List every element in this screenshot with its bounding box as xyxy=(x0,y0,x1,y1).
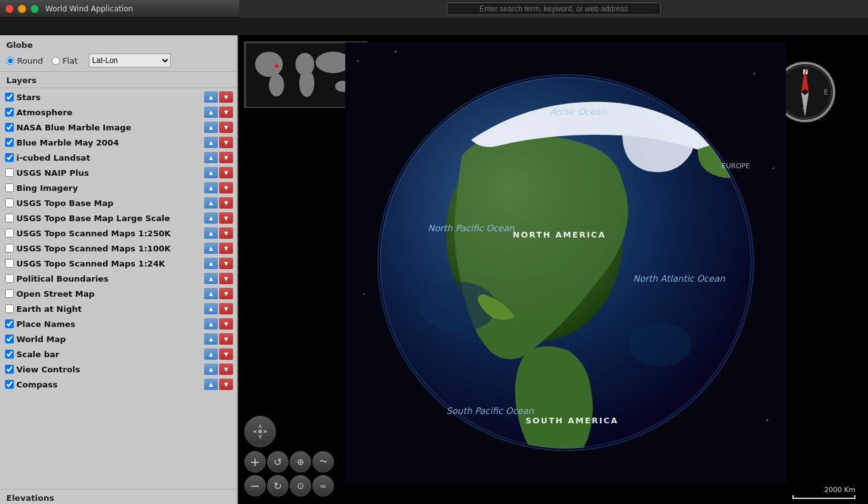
layer-checkbox-6[interactable] xyxy=(5,183,14,192)
tilt-down-button[interactable]: ⊙ xyxy=(290,475,311,496)
layer-item[interactable]: Open Street Map ▲ ▼ xyxy=(0,286,237,301)
flatten-button[interactable]: ≈ xyxy=(312,475,334,496)
layer-checkbox-8[interactable] xyxy=(5,214,14,222)
layer-item[interactable]: World Map ▲ ▼ xyxy=(0,331,237,346)
layer-up-3[interactable]: ▲ xyxy=(204,137,218,148)
layer-item[interactable]: Political Boundaries ▲ ▼ xyxy=(0,271,237,286)
layer-down-17[interactable]: ▼ xyxy=(219,348,233,360)
layer-up-14[interactable]: ▲ xyxy=(204,303,218,314)
layer-down-9[interactable]: ▼ xyxy=(219,227,233,239)
layers-list-container[interactable]: Stars ▲ ▼ Atmosphere ▲ ▼ NASA Blue Marbl… xyxy=(0,88,237,489)
layer-item[interactable]: Compass ▲ ▼ xyxy=(0,377,237,392)
layer-down-2[interactable]: ▼ xyxy=(219,122,233,133)
layer-up-4[interactable]: ▲ xyxy=(204,152,218,163)
layer-checkbox-11[interactable] xyxy=(5,259,14,268)
layer-up-10[interactable]: ▲ xyxy=(204,243,218,254)
search-input[interactable] xyxy=(447,3,661,15)
layer-down-7[interactable]: ▼ xyxy=(219,197,233,209)
layer-up-9[interactable]: ▲ xyxy=(204,227,218,239)
zoom-out-button[interactable]: − xyxy=(244,475,266,496)
layer-item[interactable]: Atmosphere ▲ ▼ xyxy=(0,105,237,120)
layer-item[interactable]: NASA Blue Marble Image ▲ ▼ xyxy=(0,120,237,135)
flat-radio-label[interactable]: Flat xyxy=(52,56,77,66)
layer-checkbox-18[interactable] xyxy=(5,365,14,374)
minimize-button[interactable] xyxy=(18,4,26,13)
layer-down-16[interactable]: ▼ xyxy=(219,333,233,345)
layer-item[interactable]: Stars ▲ ▼ xyxy=(0,89,237,105)
layer-checkbox-0[interactable] xyxy=(5,93,14,101)
layer-checkbox-7[interactable] xyxy=(5,198,14,207)
zoom-in-button[interactable]: + xyxy=(244,451,266,472)
layer-up-15[interactable]: ▲ xyxy=(204,318,218,329)
layer-checkbox-14[interactable] xyxy=(5,304,14,313)
layer-down-5[interactable]: ▼ xyxy=(219,167,233,178)
layer-down-8[interactable]: ▼ xyxy=(219,212,233,224)
layer-checkbox-1[interactable] xyxy=(5,108,14,117)
tilt-up-button[interactable]: ⊕ xyxy=(290,451,311,472)
layer-item[interactable]: USGS Topo Scanned Maps 1:100K ▲ ▼ xyxy=(0,241,237,256)
layer-checkbox-9[interactable] xyxy=(5,229,14,238)
close-button[interactable] xyxy=(5,4,14,13)
layer-checkbox-12[interactable] xyxy=(5,274,14,283)
layer-item[interactable]: USGS Topo Base Map Large Scale ▲ ▼ xyxy=(0,210,237,226)
pan-button[interactable] xyxy=(244,416,276,447)
projection-select[interactable]: Lat-Lon Mercator xyxy=(89,54,171,67)
layer-item[interactable]: Scale bar ▲ ▼ xyxy=(0,346,237,362)
layer-item[interactable]: USGS NAIP Plus ▲ ▼ xyxy=(0,165,237,180)
layer-up-7[interactable]: ▲ xyxy=(204,197,218,209)
layer-checkbox-10[interactable] xyxy=(5,244,14,253)
layer-down-14[interactable]: ▼ xyxy=(219,303,233,314)
layer-down-15[interactable]: ▼ xyxy=(219,318,233,329)
layer-checkbox-5[interactable] xyxy=(5,168,14,177)
layer-item[interactable]: USGS Topo Scanned Maps 1:250K ▲ ▼ xyxy=(0,226,237,241)
rotate-ccw-button[interactable]: ↺ xyxy=(267,451,288,472)
layer-down-3[interactable]: ▼ xyxy=(219,137,233,148)
record-button[interactable]: 〜 xyxy=(312,451,334,472)
round-radio-label[interactable]: Round xyxy=(6,56,43,66)
layer-checkbox-4[interactable] xyxy=(5,153,14,162)
layer-up-1[interactable]: ▲ xyxy=(204,106,218,118)
layer-up-11[interactable]: ▲ xyxy=(204,258,218,269)
layer-down-12[interactable]: ▼ xyxy=(219,273,233,284)
layer-checkbox-3[interactable] xyxy=(5,138,14,147)
layer-down-11[interactable]: ▼ xyxy=(219,258,233,269)
globe-view[interactable]: N S W E xyxy=(238,35,868,504)
round-radio[interactable] xyxy=(6,57,14,65)
layer-down-13[interactable]: ▼ xyxy=(219,288,233,299)
layer-up-8[interactable]: ▲ xyxy=(204,212,218,224)
layer-up-19[interactable]: ▲ xyxy=(204,379,218,390)
layer-up-18[interactable]: ▲ xyxy=(204,364,218,375)
layer-up-13[interactable]: ▲ xyxy=(204,288,218,299)
layer-up-2[interactable]: ▲ xyxy=(204,122,218,133)
layer-item[interactable]: USGS Topo Scanned Maps 1:24K ▲ ▼ xyxy=(0,256,237,271)
layer-item[interactable]: View Controls ▲ ▼ xyxy=(0,362,237,377)
layer-up-16[interactable]: ▲ xyxy=(204,333,218,345)
layer-down-19[interactable]: ▼ xyxy=(219,379,233,390)
layer-item[interactable]: Blue Marble May 2004 ▲ ▼ xyxy=(0,135,237,150)
layer-down-1[interactable]: ▼ xyxy=(219,106,233,118)
layer-up-12[interactable]: ▲ xyxy=(204,273,218,284)
layer-down-10[interactable]: ▼ xyxy=(219,243,233,254)
layer-checkbox-13[interactable] xyxy=(5,289,14,298)
rotate-cw-button[interactable]: ↻ xyxy=(267,475,288,496)
layer-up-17[interactable]: ▲ xyxy=(204,348,218,360)
layer-item[interactable]: i-cubed Landsat ▲ ▼ xyxy=(0,150,237,165)
layer-up-0[interactable]: ▲ xyxy=(204,91,218,103)
maximize-button[interactable] xyxy=(30,4,39,13)
layer-checkbox-15[interactable] xyxy=(5,319,14,328)
layer-down-6[interactable]: ▼ xyxy=(219,182,233,193)
layer-item[interactable]: Bing Imagery ▲ ▼ xyxy=(0,180,237,195)
layer-checkbox-19[interactable] xyxy=(5,380,14,389)
layer-down-18[interactable]: ▼ xyxy=(219,364,233,375)
layer-item[interactable]: Place Names ▲ ▼ xyxy=(0,316,237,331)
layer-up-6[interactable]: ▲ xyxy=(204,182,218,193)
layer-item[interactable]: USGS Topo Base Map ▲ ▼ xyxy=(0,195,237,210)
layer-down-4[interactable]: ▼ xyxy=(219,152,233,163)
layer-down-0[interactable]: ▼ xyxy=(219,91,233,103)
flat-radio[interactable] xyxy=(52,57,60,65)
layer-checkbox-16[interactable] xyxy=(5,335,14,343)
layer-checkbox-17[interactable] xyxy=(5,350,14,358)
layer-item[interactable]: Earth at Night ▲ ▼ xyxy=(0,301,237,316)
layer-up-5[interactable]: ▲ xyxy=(204,167,218,178)
layer-checkbox-2[interactable] xyxy=(5,123,14,132)
